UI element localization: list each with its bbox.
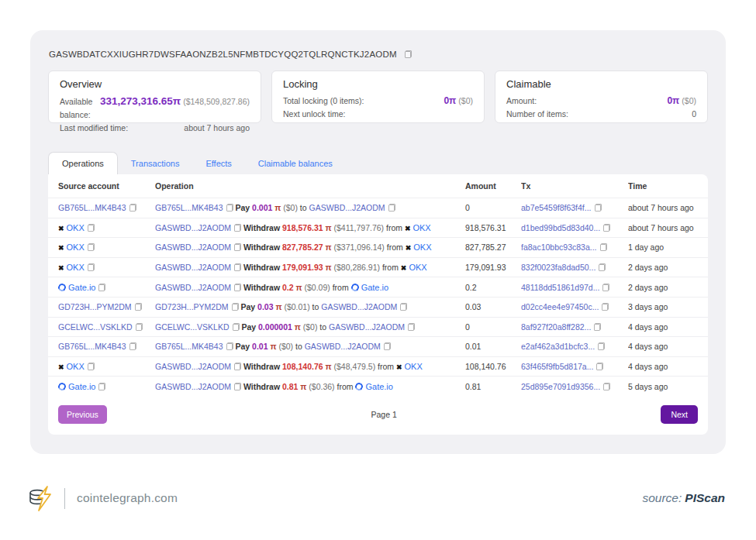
copy-icon[interactable] <box>98 284 105 291</box>
tx-link[interactable]: d02cc4ee4e97450c... <box>521 302 599 311</box>
copy-icon[interactable] <box>234 224 241 232</box>
copy-icon[interactable] <box>226 204 233 212</box>
copy-icon[interactable] <box>233 323 240 331</box>
copy-icon[interactable] <box>603 224 610 232</box>
tab-claimable-balances[interactable]: Claimable balances <box>245 152 346 174</box>
copy-icon[interactable] <box>226 342 233 350</box>
tx-link[interactable]: 48118dd51861d97d... <box>521 283 599 292</box>
copy-icon[interactable] <box>388 204 395 212</box>
operation-account-link[interactable]: GASWBD...J2AODM <box>155 263 231 272</box>
copy-icon[interactable] <box>384 342 391 350</box>
copy-icon[interactable] <box>598 342 605 350</box>
tx-link[interactable]: e2af462a3d1bcfc3... <box>521 342 595 351</box>
source-account-link[interactable]: GCELWC...VSKLKD <box>58 322 133 332</box>
operation-account-link[interactable]: GASWBD...J2AODM <box>155 283 231 292</box>
operation-usd: ($0) <box>301 322 320 332</box>
copy-icon[interactable] <box>400 303 407 311</box>
source-account-link[interactable]: GB765L...MK4B43 <box>58 203 126 212</box>
gateio-exchange-link[interactable]: Gate.io <box>355 382 392 391</box>
copy-icon[interactable] <box>234 284 241 291</box>
next-button[interactable]: Next <box>661 405 698 424</box>
exchange-name[interactable]: OKX <box>413 242 431 252</box>
operation-account-link[interactable]: GCELWC...VSKLKD <box>155 322 230 332</box>
copy-icon[interactable] <box>98 383 105 390</box>
copy-icon[interactable] <box>599 263 606 271</box>
operation-verb: Withdraw <box>243 283 280 292</box>
gateio-exchange-link[interactable]: Gate.io <box>58 283 95 292</box>
gateio-exchange-link[interactable]: Gate.io <box>351 283 388 292</box>
tx-link[interactable]: ab7e5459f8f63f4f... <box>521 203 592 212</box>
operation-account-link[interactable]: GASWBD...J2AODM <box>155 382 231 391</box>
tx-link[interactable]: 832f0023fa8dad50... <box>521 263 595 272</box>
exchange-name[interactable]: Gate.io <box>361 283 388 292</box>
tx-link[interactable]: d1bed99bd5d83d40... <box>521 223 600 232</box>
tx-link[interactable]: fa8ac10bbc93c83a... <box>521 242 597 252</box>
operation-account-link[interactable]: GB765L...MK4B43 <box>155 203 223 212</box>
copy-icon[interactable] <box>234 243 241 251</box>
operation-account-link[interactable]: GD723H...PYM2DM <box>155 302 229 311</box>
copy-icon[interactable] <box>595 204 602 212</box>
tx-cell: e2af462a3d1bcfc3... <box>521 342 628 351</box>
operation-target-link[interactable]: GASWBD...J2AODM <box>305 342 381 351</box>
operation-account-link[interactable]: GB765L...MK4B43 <box>155 342 223 351</box>
copy-icon[interactable] <box>136 323 143 331</box>
operation-target-link[interactable]: GASWBD...J2AODM <box>329 322 405 332</box>
tx-link[interactable]: 25d895e7091d9356... <box>521 382 600 391</box>
copy-icon[interactable] <box>234 363 241 370</box>
tx-cell: 48118dd51861d97d... <box>521 283 628 292</box>
okx-exchange-link[interactable]: ✖OKX <box>58 263 85 272</box>
tab-effects[interactable]: Effects <box>192 152 244 174</box>
okx-exchange-link[interactable]: ✖OKX <box>405 223 431 232</box>
copy-icon[interactable] <box>234 383 241 390</box>
operation-account-link[interactable]: GASWBD...J2AODM <box>155 223 231 232</box>
tab-operations[interactable]: Operations <box>48 152 118 174</box>
copy-icon[interactable] <box>594 323 601 331</box>
copy-icon[interactable] <box>129 204 136 212</box>
copy-icon[interactable] <box>129 342 136 350</box>
source-account-cell: ✖OKX <box>58 242 155 252</box>
copy-icon[interactable] <box>135 303 142 311</box>
copy-icon[interactable] <box>88 224 95 232</box>
operation-target-link[interactable]: GASWBD...J2AODM <box>309 203 385 212</box>
exchange-name[interactable]: OKX <box>67 362 85 371</box>
exchange-name[interactable]: OKX <box>409 263 426 272</box>
operation-account-link[interactable]: GASWBD...J2AODM <box>155 362 231 371</box>
operation-account-link[interactable]: GASWBD...J2AODM <box>155 242 231 252</box>
copy-icon[interactable] <box>405 50 412 58</box>
copy-icon[interactable] <box>234 263 241 271</box>
okx-exchange-link[interactable]: ✖OKX <box>396 362 423 371</box>
gateio-exchange-link[interactable]: Gate.io <box>58 382 95 391</box>
copy-icon[interactable] <box>408 323 415 331</box>
copy-icon[interactable] <box>602 284 609 291</box>
exchange-name[interactable]: Gate.io <box>68 283 95 292</box>
tx-link[interactable]: 8af927f20a8ff282... <box>521 322 591 332</box>
exchange-name[interactable]: OKX <box>405 362 423 371</box>
exchange-name[interactable]: Gate.io <box>68 382 95 391</box>
copy-icon[interactable] <box>602 303 609 311</box>
tab-transactions[interactable]: Transactions <box>118 152 193 174</box>
copy-icon[interactable] <box>600 243 607 251</box>
claimable-amount: 0π <box>667 95 679 106</box>
tx-link[interactable]: 63f465f9fb5d817a... <box>521 362 593 371</box>
exchange-name[interactable]: OKX <box>67 223 85 232</box>
copy-icon[interactable] <box>232 303 239 311</box>
copy-icon[interactable] <box>88 263 95 271</box>
exchange-name[interactable]: OKX <box>67 242 85 252</box>
copy-icon[interactable] <box>596 363 603 370</box>
copy-icon[interactable] <box>88 243 95 251</box>
exchange-name[interactable]: Gate.io <box>365 382 392 391</box>
okx-exchange-link[interactable]: ✖OKX <box>406 242 432 252</box>
previous-button[interactable]: Previous <box>58 405 107 424</box>
source-account-link[interactable]: GB765L...MK4B43 <box>58 342 126 351</box>
okx-exchange-link[interactable]: ✖OKX <box>401 263 427 272</box>
time-cell: 5 days ago <box>628 382 698 391</box>
copy-icon[interactable] <box>88 363 95 370</box>
exchange-name[interactable]: OKX <box>413 223 430 232</box>
okx-exchange-link[interactable]: ✖OKX <box>58 362 85 371</box>
exchange-name[interactable]: OKX <box>67 263 85 272</box>
operation-target-link[interactable]: GASWBD...J2AODM <box>321 302 397 311</box>
okx-exchange-link[interactable]: ✖OKX <box>58 223 85 232</box>
copy-icon[interactable] <box>603 383 610 390</box>
source-account-link[interactable]: GD723H...PYM2DM <box>58 302 132 311</box>
okx-exchange-link[interactable]: ✖OKX <box>58 242 85 252</box>
